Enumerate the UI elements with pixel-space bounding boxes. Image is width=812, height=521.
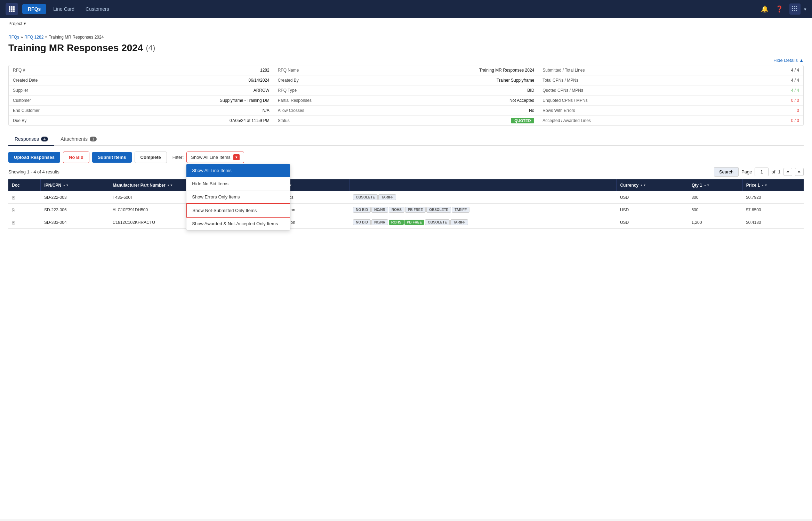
svg-rect-15 — [792, 10, 793, 11]
main-content: RFQs » RFQ 1282 » Training MR Responses … — [0, 29, 812, 519]
col-header-price1[interactable]: Price 1 ▲▼ — [742, 179, 804, 191]
submit-items-button[interactable]: Submit Items — [92, 152, 132, 163]
svg-rect-13 — [794, 8, 795, 9]
tag-ncnr: NC/NR — [371, 207, 388, 213]
help-icon-button[interactable]: ❓ — [773, 3, 785, 15]
data-table: Doc IPN/CPN ▲▼ Manufacturer Part Number … — [8, 179, 804, 229]
details-row: Rows With Errors 0 — [538, 106, 803, 116]
col-header-tags — [349, 179, 617, 191]
details-row: Status QUOTED — [274, 116, 539, 125]
cell-currency: USD — [617, 204, 688, 216]
filter-option-hide-nobid[interactable]: Hide No Bid Items — [186, 177, 290, 190]
page-title-count: (4) — [146, 43, 155, 52]
prev-page-button[interactable]: « — [783, 168, 792, 176]
tag-pbfree-green: PB FREE — [404, 220, 424, 225]
filter-dropdown-menu: Show All Line Items Hide No Bid Items Sh… — [186, 164, 290, 230]
cell-qty1: 1,200 — [688, 216, 742, 229]
details-row: RFQ # 1282 — [9, 65, 274, 75]
cell-doc: ⎘ — [8, 216, 41, 229]
tag-obsolete: OBSOLETE — [426, 207, 451, 213]
details-row: Partial Responses Not Accepted — [274, 96, 539, 106]
filter-option-errors-only[interactable]: Show Errors Only Items — [186, 190, 290, 204]
attachments-badge: 1 — [90, 137, 97, 141]
cell-doc: ⎘ — [8, 191, 41, 204]
details-row: Allow Crosses No — [274, 106, 539, 116]
hide-details-row: Hide Details ▲ — [8, 58, 804, 63]
project-dropdown-button[interactable]: Project ▾ — [8, 21, 26, 26]
linecard-nav-link[interactable]: Line Card — [49, 4, 79, 14]
table-row: ⎘ SD-222-003 T435-600T STMicroelectronic… — [8, 191, 804, 204]
breadcrumb-rfq-id[interactable]: RFQ 1282 — [24, 35, 43, 40]
no-bid-button[interactable]: No Bid — [63, 152, 89, 163]
breadcrumb-rfqs[interactable]: RFQs — [8, 35, 19, 40]
tag-tariff: TARIFF — [452, 207, 469, 213]
copy-icon[interactable]: ⎘ — [12, 195, 15, 200]
filter-option-awarded-not-accepted[interactable]: Show Awarded & Not-Accepted Only Items — [186, 217, 290, 230]
filter-option-not-submitted[interactable]: Show Not-Submitted Only Items — [186, 203, 290, 218]
cell-qty1: 300 — [688, 191, 742, 204]
svg-rect-5 — [13, 8, 15, 10]
page-input[interactable] — [755, 168, 769, 176]
tab-attachments[interactable]: Attachments 1 — [54, 133, 103, 146]
hide-details-button[interactable]: Hide Details ▲ — [773, 58, 804, 63]
rfqs-nav-button[interactable]: RFQs — [22, 4, 46, 14]
complete-button[interactable]: Complete — [135, 152, 167, 163]
app-grid-icon[interactable] — [6, 3, 18, 15]
tag-rohs-green: ROHS — [389, 220, 404, 225]
svg-rect-16 — [794, 10, 795, 11]
filter-chevron-icon: ▾ — [233, 154, 240, 160]
tag-nobid: NO BID — [353, 207, 371, 213]
breadcrumb-page: Training MR Responses 2024 — [49, 35, 104, 40]
cell-qty1: 500 — [688, 204, 742, 216]
cell-currency: USD — [617, 191, 688, 204]
page-title-row: Training MR Responses 2024 (4) — [8, 42, 804, 54]
breadcrumb-sep2: » — [45, 35, 47, 40]
col-header-doc: Doc — [8, 179, 41, 191]
filter-selected-label: Show All Line Items — [191, 155, 230, 160]
user-dropdown-arrow[interactable]: ▾ — [804, 7, 806, 12]
page-label: Page — [741, 169, 752, 174]
search-button[interactable]: Search — [714, 167, 739, 177]
tag-obsolete: OBSOLETE — [353, 194, 378, 200]
filter-option-show-all[interactable]: Show All Line Items — [186, 164, 290, 177]
col-header-currency[interactable]: Currency ▲▼ — [617, 179, 688, 191]
svg-rect-8 — [13, 10, 15, 12]
copy-icon[interactable]: ⎘ — [12, 220, 15, 225]
details-row: Customer Supplyframe - Training DM — [9, 96, 274, 106]
user-avatar[interactable] — [789, 3, 801, 15]
details-col-2: RFQ Name Training MR Responses 2024 Crea… — [274, 65, 539, 125]
details-col-1: RFQ # 1282 Created Date 06/14/2024 Suppl… — [9, 65, 274, 125]
tab-responses[interactable]: Responses 4 — [8, 133, 54, 146]
upload-responses-button[interactable]: Upload Responses — [8, 152, 60, 163]
filter-dropdown[interactable]: Show All Line Items ▾ — [186, 152, 244, 163]
svg-rect-10 — [794, 6, 795, 7]
table-header-row: Doc IPN/CPN ▲▼ Manufacturer Part Number … — [8, 179, 804, 191]
details-row: End Customer N/A — [9, 106, 274, 116]
svg-rect-3 — [9, 8, 10, 10]
total-pages: 1 — [778, 169, 780, 174]
next-page-button[interactable]: » — [795, 168, 804, 176]
svg-rect-2 — [13, 6, 15, 8]
tag-obsolete: OBSOLETE — [425, 219, 450, 225]
project-chevron-icon: ▾ — [24, 21, 26, 26]
details-row: RFQ Name Training MR Responses 2024 — [274, 65, 539, 75]
svg-rect-17 — [796, 10, 797, 11]
tag-nobid: NO BID — [353, 219, 371, 225]
col-header-qty1[interactable]: Qty 1 ▲▼ — [688, 179, 742, 191]
cell-price1: $0.4180 — [742, 216, 804, 229]
bell-icon: 🔔 — [761, 5, 769, 13]
secondary-nav: Project ▾ — [0, 18, 812, 29]
tabs-row: Responses 4 Attachments 1 — [8, 133, 804, 146]
col-header-ipn[interactable]: IPN/CPN ▲▼ — [41, 179, 109, 191]
copy-icon[interactable]: ⎘ — [12, 207, 15, 213]
details-row: Accepted / Awarded Lines 0 / 0 — [538, 116, 803, 125]
filter-dropdown-wrapper: Show All Line Items ▾ Show All Line Item… — [186, 152, 244, 163]
tag-tariff: TARIFF — [378, 194, 396, 200]
cell-price1: $0.7920 — [742, 191, 804, 204]
svg-rect-4 — [11, 8, 13, 10]
status-badge: QUOTED — [511, 118, 534, 123]
bell-icon-button[interactable]: 🔔 — [759, 3, 771, 15]
table-row: ⎘ SD-222-006 ALC10F391DH500 KEMET Corpor… — [8, 204, 804, 216]
customers-nav-link[interactable]: Customers — [81, 4, 113, 14]
question-icon: ❓ — [775, 5, 783, 13]
